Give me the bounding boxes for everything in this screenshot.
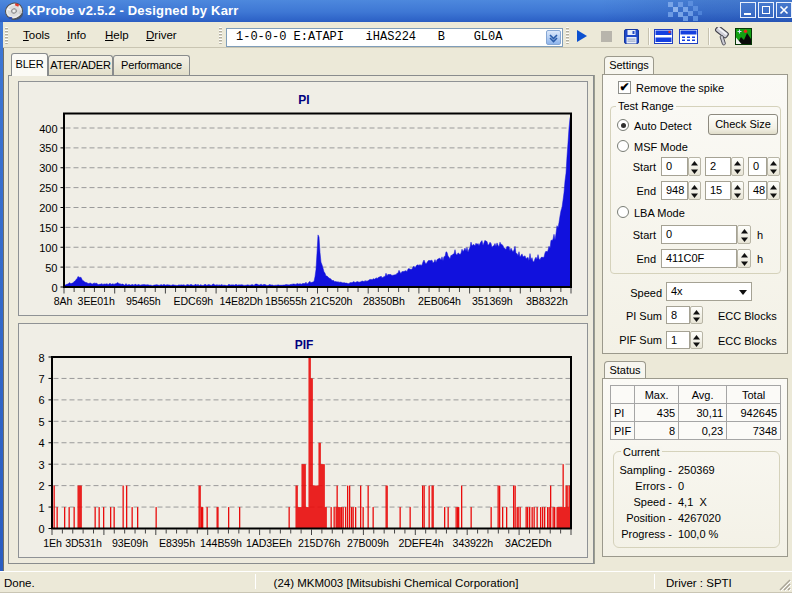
svg-text:8: 8	[38, 352, 44, 364]
svg-text:50: 50	[45, 262, 57, 274]
svg-text:PIF: PIF	[295, 338, 314, 352]
svg-text:1B5655h: 1B5655h	[265, 295, 307, 307]
svg-text:2: 2	[38, 480, 44, 492]
svg-text:0: 0	[51, 282, 57, 294]
svg-text:3EE01h: 3EE01h	[78, 295, 115, 307]
svg-text:3AC2EDh: 3AC2EDh	[505, 537, 552, 549]
svg-text:400: 400	[39, 123, 57, 135]
svg-text:3: 3	[38, 459, 44, 471]
svg-text:1Eh: 1Eh	[43, 537, 62, 549]
svg-text:93E09h: 93E09h	[112, 537, 148, 549]
svg-text:14E82Dh: 14E82Dh	[219, 295, 263, 307]
svg-text:4: 4	[38, 437, 44, 449]
svg-text:1AD3EEh: 1AD3EEh	[246, 537, 292, 549]
svg-text:21C520h: 21C520h	[310, 295, 353, 307]
svg-text:7: 7	[38, 373, 44, 385]
svg-text:300: 300	[39, 162, 57, 174]
svg-text:PI: PI	[298, 93, 309, 107]
svg-text:3D531h: 3D531h	[65, 537, 102, 549]
svg-text:100: 100	[39, 242, 57, 254]
svg-text:250: 250	[39, 182, 57, 194]
svg-text:351369h: 351369h	[472, 295, 513, 307]
svg-text:1: 1	[38, 502, 44, 514]
svg-text:27B009h: 27B009h	[347, 537, 389, 549]
svg-text:350: 350	[39, 142, 57, 154]
svg-text:0: 0	[38, 523, 44, 535]
svg-text:2DEFE4h: 2DEFE4h	[398, 537, 443, 549]
svg-text:144B59h: 144B59h	[200, 537, 242, 549]
svg-text:3B8322h: 3B8322h	[526, 295, 568, 307]
svg-text:215D76h: 215D76h	[298, 537, 341, 549]
svg-text:200: 200	[39, 202, 57, 214]
svg-text:6: 6	[38, 394, 44, 406]
svg-text:28350Bh: 28350Bh	[363, 295, 405, 307]
svg-text:EDC69h: EDC69h	[174, 295, 214, 307]
svg-text:5: 5	[38, 416, 44, 428]
svg-text:2EB064h: 2EB064h	[418, 295, 461, 307]
svg-text:150: 150	[39, 222, 57, 234]
svg-text:95465h: 95465h	[126, 295, 161, 307]
svg-text:343922h: 343922h	[453, 537, 494, 549]
svg-text:E8395h: E8395h	[159, 537, 195, 549]
svg-text:8Ah: 8Ah	[54, 295, 73, 307]
